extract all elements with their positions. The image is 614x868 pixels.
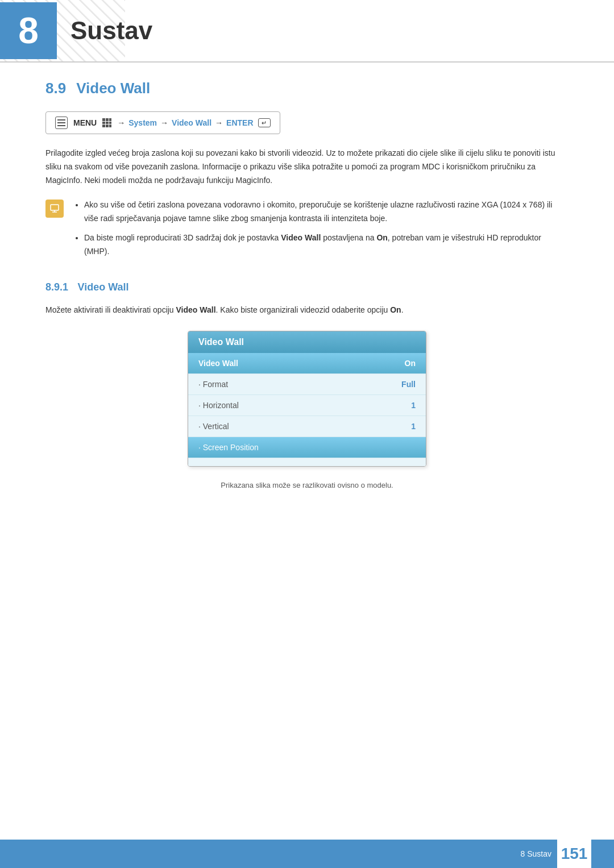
subsection-heading: 8.9.1 Video Wall xyxy=(45,281,569,293)
menu-path-bar: MENU → System → Video Wall → ENTER ↵ xyxy=(45,111,280,134)
menu-item-format-label: · Format xyxy=(198,380,228,389)
section-title: Video Wall xyxy=(76,80,150,97)
chapter-number: 8 xyxy=(18,13,39,49)
menu-item-vertical-value: 1 xyxy=(411,422,416,431)
arrow3: → xyxy=(215,118,223,127)
menu-item-vertical-label: · Vertical xyxy=(198,422,229,431)
menu-system: System xyxy=(128,118,157,127)
menu-enter-label: ENTER xyxy=(226,118,253,127)
menu-item-screen-position-label: · Screen Position xyxy=(198,443,259,452)
note-icon xyxy=(45,200,64,218)
main-content: 8.9 Video Wall MENU → System → Video Wal… xyxy=(0,80,614,535)
menu-screenshot: Video Wall Video Wall On · Format Full ·… xyxy=(188,331,426,467)
menu-grid-icon xyxy=(102,118,111,127)
menu-label: MENU xyxy=(73,118,97,127)
note-item-1: Ako su više od četiri zaslona povezana v… xyxy=(84,198,569,226)
arrow2: → xyxy=(160,118,168,127)
svg-rect-2 xyxy=(57,119,65,121)
section-number: 8.9 xyxy=(45,80,66,97)
menu-item-videowall[interactable]: Video Wall On xyxy=(188,353,426,374)
enter-icon: ↵ xyxy=(258,118,271,127)
menu-item-horizontal-label: · Horizontal xyxy=(198,401,239,410)
chapter-title: Sustav xyxy=(70,16,152,45)
subsection-title: Video Wall xyxy=(78,281,129,293)
chapter-number-box: 8 xyxy=(0,2,57,59)
svg-rect-5 xyxy=(51,205,59,210)
menu-title-bar: Video Wall xyxy=(188,331,426,353)
menu-item-horizontal[interactable]: · Horizontal 1 xyxy=(188,395,426,416)
page-footer: 8 Sustav 151 xyxy=(0,840,614,868)
menu-item-format[interactable]: · Format Full xyxy=(188,374,426,395)
chapter-header: 8 Sustav xyxy=(0,0,614,63)
svg-rect-3 xyxy=(57,122,65,123)
menu-icon xyxy=(55,117,68,129)
subsection-body-text: Možete aktivirati ili deaktivirati opcij… xyxy=(45,304,569,317)
footer-page-number: 151 xyxy=(557,840,591,868)
menu-item-videowall-value: On xyxy=(405,359,416,368)
subsection-number: 8.9.1 xyxy=(45,281,68,293)
footer-label: 8 Sustav xyxy=(521,849,551,858)
svg-rect-4 xyxy=(57,125,65,126)
menu-item-screen-position[interactable]: · Screen Position xyxy=(188,437,426,458)
caption-text: Prikazana slika može se razlikovati ovis… xyxy=(45,481,569,489)
body-text: Prilagodite izgled većeg broja zaslona k… xyxy=(45,147,569,187)
note-list: Ako su više od četiri zaslona povezana v… xyxy=(73,198,569,264)
menu-item-format-value: Full xyxy=(401,380,416,389)
note-block: Ako su više od četiri zaslona povezana v… xyxy=(45,198,569,264)
menu-item-horizontal-value: 1 xyxy=(411,401,416,410)
arrow1: → xyxy=(117,118,125,127)
menu-item-vertical[interactable]: · Vertical 1 xyxy=(188,416,426,437)
section-heading: 8.9 Video Wall xyxy=(45,80,569,97)
menu-videowall: Video Wall xyxy=(172,118,211,127)
menu-item-videowall-label: Video Wall xyxy=(198,359,238,368)
note-item-2: Da biste mogli reproducirati 3D sadržaj … xyxy=(84,231,569,259)
